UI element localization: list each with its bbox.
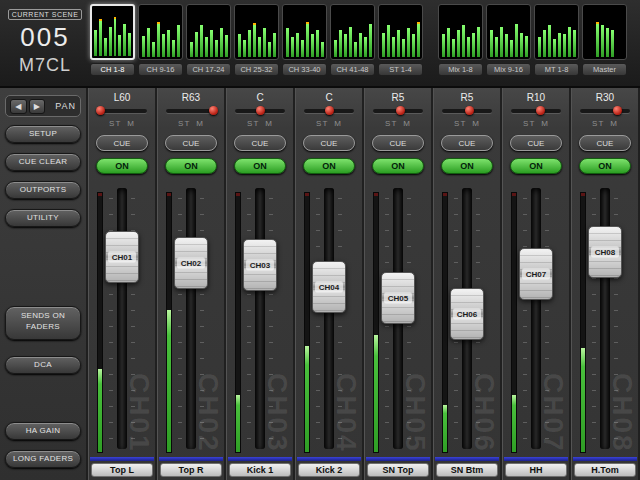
meter-bar: [157, 22, 160, 57]
channel-name[interactable]: SN Btm: [436, 463, 498, 477]
stereo-mono-indicators: STM: [365, 119, 431, 130]
current-scene-label: CURRENT SCENE: [8, 9, 83, 20]
cue-button[interactable]: CUE: [579, 135, 631, 151]
meter-bar: [538, 37, 541, 57]
pan-knob[interactable]: [536, 106, 545, 115]
top-bar: CURRENT SCENE 005 M7CL CH 1-8CH 9-16CH 1…: [0, 0, 640, 88]
meter-tab-ch-25-32[interactable]: CH 25-32: [234, 4, 279, 84]
pan-prev-button[interactable]: ◀: [10, 99, 27, 114]
pan-slider[interactable]: [97, 105, 147, 117]
fader-cap[interactable]: CH03: [243, 239, 277, 291]
stereo-assign-label: ST: [523, 119, 535, 128]
cue-button[interactable]: CUE: [165, 135, 217, 151]
meter-bar: [220, 28, 223, 57]
level-meter-fill: [167, 310, 171, 452]
meter-tab-ch-41-48[interactable]: CH 41-48: [330, 4, 375, 84]
pan-knob[interactable]: [396, 106, 405, 115]
fader-cap[interactable]: CH07: [519, 248, 553, 300]
outports-button[interactable]: OUTPORTS: [5, 181, 81, 199]
meter-bar: [510, 40, 513, 57]
cue-clear-button[interactable]: CUE CLEAR: [5, 153, 81, 171]
meter-bar: [548, 25, 551, 57]
meter-bar: [344, 34, 347, 57]
pan-knob[interactable]: [256, 106, 265, 115]
cue-button[interactable]: CUE: [303, 135, 355, 151]
fader-ticks-left: [178, 198, 182, 439]
channel-name[interactable]: Top R: [160, 463, 222, 477]
mono-assign-label: M: [265, 119, 273, 128]
ha-gain-button[interactable]: HA GAIN: [5, 422, 81, 440]
pan-slider[interactable]: [373, 105, 423, 117]
cue-button[interactable]: CUE: [372, 135, 424, 151]
on-button[interactable]: ON: [303, 158, 355, 174]
on-button[interactable]: ON: [165, 158, 217, 174]
on-button[interactable]: ON: [579, 158, 631, 174]
fader-cap[interactable]: CH06: [450, 288, 484, 340]
pan-slider[interactable]: [580, 105, 630, 117]
cue-button[interactable]: CUE: [510, 135, 562, 151]
meter-tab-ch-9-16[interactable]: CH 9-16: [138, 4, 183, 84]
pan-slider[interactable]: [304, 105, 354, 117]
stereo-mono-indicators: STM: [89, 119, 155, 130]
pan-knob[interactable]: [209, 106, 218, 115]
on-button[interactable]: ON: [510, 158, 562, 174]
meter-tab-ch-17-24[interactable]: CH 17-24: [186, 4, 231, 84]
setup-button[interactable]: SETUP: [5, 125, 81, 143]
meter-bar: [596, 22, 599, 57]
channel-name[interactable]: Top L: [91, 463, 153, 477]
meter-bar: [520, 33, 523, 58]
on-button[interactable]: ON: [441, 158, 493, 174]
cue-button[interactable]: CUE: [96, 135, 148, 151]
channel-name[interactable]: Kick 2: [298, 463, 360, 477]
on-button[interactable]: ON: [234, 158, 286, 174]
pan-next-button[interactable]: ▶: [29, 99, 46, 114]
channel-strip-ch03: CSTMCUEONCH03CH03Kick 1: [226, 88, 295, 480]
fader-cap-label: CH01: [108, 252, 136, 263]
meter-bar: [558, 33, 561, 58]
meter-tab-ch-33-40[interactable]: CH 33-40: [282, 4, 327, 84]
meter-tab-ch-1-8[interactable]: CH 1-8: [90, 4, 135, 84]
fader-cap[interactable]: CH04: [312, 261, 346, 313]
cue-button[interactable]: CUE: [441, 135, 493, 151]
fader-cap[interactable]: CH05: [381, 272, 415, 324]
on-button[interactable]: ON: [372, 158, 424, 174]
cue-button[interactable]: CUE: [234, 135, 286, 151]
utility-button[interactable]: UTILITY: [5, 209, 81, 227]
stereo-mono-indicators: STM: [158, 119, 224, 130]
channel-name[interactable]: HH: [505, 463, 567, 477]
level-meter-fill: [443, 405, 447, 452]
dca-button[interactable]: DCA: [5, 356, 81, 374]
channel-name[interactable]: Kick 1: [229, 463, 291, 477]
meter-tab-mt-1-8[interactable]: MT 1-8: [534, 4, 579, 84]
pan-slider[interactable]: [511, 105, 561, 117]
level-meter: [235, 192, 241, 453]
meter-bar: [94, 30, 97, 56]
fader-cap[interactable]: CH02: [174, 237, 208, 289]
pan-value: R10: [503, 92, 569, 104]
pan-slider[interactable]: [166, 105, 216, 117]
meter-tab-master[interactable]: Master: [582, 4, 627, 84]
pan-knob[interactable]: [613, 106, 622, 115]
sends-on-faders-button[interactable]: SENDS ON FADERS: [5, 306, 81, 340]
tab-meter-display: [438, 4, 483, 60]
on-button[interactable]: ON: [96, 158, 148, 174]
pan-value: R30: [572, 92, 638, 104]
pan-slider[interactable]: [235, 105, 285, 117]
channel-name[interactable]: SN Top: [367, 463, 429, 477]
stereo-mono-indicators: STM: [572, 119, 638, 130]
meter-tab-mix-1-8[interactable]: Mix 1-8: [438, 4, 483, 84]
scene-panel[interactable]: CURRENT SCENE 005 M7CL: [2, 3, 88, 85]
meter-bar: [601, 25, 604, 57]
meter-tab-mix-9-16[interactable]: Mix 9-16: [486, 4, 531, 84]
fader-cap[interactable]: CH01: [105, 231, 139, 283]
meter-tab-st-1-4[interactable]: ST 1-4: [378, 4, 423, 84]
channel-strip-ch04: CSTMCUEONCH04CH04Kick 2: [295, 88, 364, 480]
pan-knob[interactable]: [96, 106, 105, 115]
long-faders-button[interactable]: LONG FADERS: [5, 450, 81, 468]
channel-name[interactable]: H.Tom: [574, 463, 636, 477]
pan-knob[interactable]: [465, 106, 474, 115]
fader-cap[interactable]: CH08: [588, 226, 622, 278]
pan-slider[interactable]: [442, 105, 492, 117]
meter-bar: [205, 37, 208, 57]
pan-knob[interactable]: [325, 106, 334, 115]
